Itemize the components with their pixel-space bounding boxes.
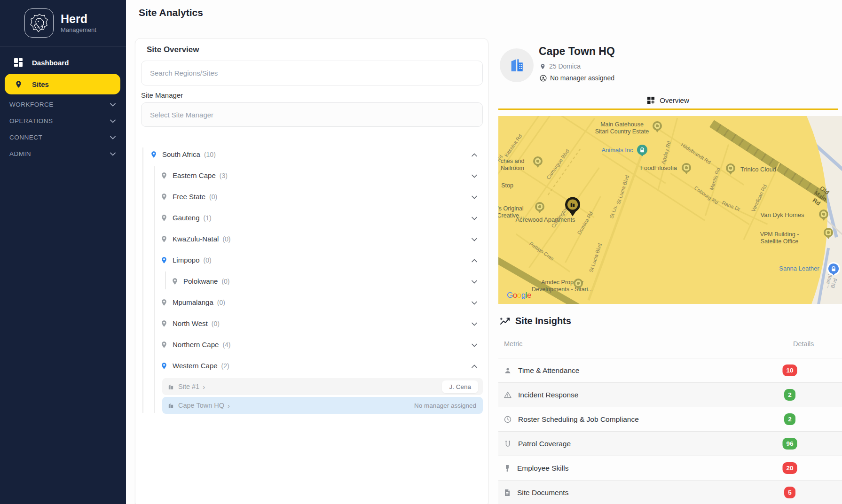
tree-node-eastern-cape[interactable]: Eastern Cape (3): [141, 165, 483, 186]
lock-marker[interactable]: [637, 145, 647, 155]
tree-node-northern-cape[interactable]: Northern Cape (4): [141, 334, 483, 355]
chevron-down-icon[interactable]: [472, 277, 477, 286]
chevron-down-icon: [110, 150, 116, 157]
geofence-overlay: [498, 116, 827, 304]
sidebar-section-operations[interactable]: OPERATIONS: [0, 113, 126, 129]
tree-node-count: (0): [204, 256, 212, 264]
insights-trend-icon: [499, 316, 511, 326]
site-insights-title: Site Insights: [515, 316, 571, 326]
poi-marker[interactable]: [726, 163, 735, 173]
tree-node-mpumalanga[interactable]: Mpumalanga (0): [141, 292, 483, 313]
site-manager-row: No manager assigned: [540, 74, 614, 82]
poi-marker[interactable]: [653, 121, 662, 131]
brand[interactable]: Herd Management: [0, 0, 126, 46]
site-location-marker[interactable]: [565, 197, 580, 220]
map-pin-icon: [160, 320, 168, 327]
metric-label: Roster Scheduling & Job Compliance: [518, 415, 639, 424]
google-letter: g: [521, 291, 526, 300]
sidebar-item-sites[interactable]: Sites: [5, 74, 120, 94]
sidebar-section-admin[interactable]: ADMIN: [0, 146, 126, 162]
dashboard-icon: [14, 58, 23, 67]
section-label: ADMIN: [9, 150, 31, 157]
tree-node-gauteng[interactable]: Gauteng (1): [141, 207, 483, 228]
site-manager: No manager assigned: [550, 74, 614, 82]
tree-node-north-west[interactable]: North West (0): [141, 313, 483, 334]
person-icon: [504, 367, 511, 374]
poi-marker[interactable]: [535, 202, 544, 211]
sidebar-divider: [0, 46, 126, 47]
sidebar-item-dashboard[interactable]: Dashboard: [0, 53, 126, 72]
tree-node-western-cape[interactable]: Western Cape (2): [141, 355, 483, 376]
chevron-up-icon[interactable]: [472, 362, 477, 370]
site-row-site-1[interactable]: Site #1 › J. Cena: [162, 378, 483, 395]
google-letter: G: [507, 291, 513, 300]
map-pin-icon: [160, 214, 168, 222]
chevron-up-icon[interactable]: [472, 256, 477, 264]
tree-node-count: (2): [221, 362, 229, 370]
dashboard-customize-icon: [647, 96, 655, 104]
insight-row-site-documents[interactable]: Site Documents 5: [498, 480, 842, 504]
person-circle-icon: [540, 75, 547, 82]
column-header-details: Details: [793, 340, 814, 348]
poi-marker[interactable]: [824, 228, 833, 237]
section-label: WORKFORCE: [9, 101, 54, 108]
google-logo[interactable]: Google: [507, 291, 531, 300]
metric-label: Employee Skills: [517, 464, 568, 473]
sidebar-section-workforce[interactable]: WORKFORCE: [0, 96, 126, 113]
site-row-cape-town-hq[interactable]: Cape Town HQ › No manager assigned: [162, 397, 483, 414]
google-letter: o: [517, 291, 521, 300]
chevron-right-icon: ›: [228, 402, 230, 410]
sidebar: Herd Management Dashboard Sites WORKFORC…: [0, 0, 126, 504]
document-icon: [504, 489, 511, 496]
map-pin-icon: [160, 362, 168, 370]
lock-marker[interactable]: [828, 264, 839, 274]
map-pin-icon: [160, 299, 168, 306]
chevron-down-icon[interactable]: [472, 341, 477, 349]
chevron-up-icon[interactable]: [472, 150, 477, 159]
chevron-down-icon[interactable]: [472, 298, 477, 307]
insight-row-roster-scheduling[interactable]: Roster Scheduling & Job Compliance 2: [498, 407, 842, 431]
chevron-down-icon[interactable]: [472, 235, 477, 243]
tree-node-kwazulu-natal[interactable]: KwaZulu-Natal (0): [141, 228, 483, 249]
site-map[interactable]: Main Gatehouse Sitari Country Estate Ani…: [498, 116, 842, 304]
sidebar-section-connect[interactable]: CONNECT: [0, 129, 126, 146]
chevron-down-icon: [110, 101, 116, 108]
brand-name: Herd: [61, 13, 96, 26]
warning-icon: [504, 391, 511, 398]
site-name: Site #1: [178, 383, 199, 390]
map-pin-icon: [171, 278, 179, 285]
metric-label: Incident Response: [518, 391, 578, 399]
tree-node-count: (0): [212, 320, 220, 327]
insight-row-patrol-coverage[interactable]: Patrol Coverage 96: [498, 431, 842, 456]
poi-marker[interactable]: [819, 209, 828, 219]
chevron-down-icon[interactable]: [472, 214, 477, 222]
metric-badge: 2: [784, 389, 795, 401]
poi-marker[interactable]: [682, 163, 691, 172]
tree-node-south-africa[interactable]: South Africa (10): [141, 144, 483, 165]
poi-marker[interactable]: [574, 279, 583, 288]
poi-marker[interactable]: [533, 156, 543, 166]
building-icon: [168, 384, 174, 390]
site-manager-select[interactable]: Select Site Manager: [141, 102, 483, 127]
chevron-down-icon[interactable]: [472, 193, 477, 201]
search-regions-sites-input[interactable]: [141, 61, 483, 85]
site-overview-card: Site Overview Site Manager Select Site M…: [135, 38, 488, 504]
building-icon: [168, 403, 174, 409]
select-placeholder: Select Site Manager: [150, 111, 213, 119]
google-letter: o: [513, 291, 517, 300]
tree-node-polokwane[interactable]: Polokwane (0): [141, 271, 483, 292]
metric-label: Site Documents: [517, 488, 568, 497]
metric-badge: 96: [782, 438, 797, 450]
insight-row-incident-response[interactable]: Incident Response 2: [498, 382, 842, 407]
insight-row-time-attendance[interactable]: Time & Attendance 10: [498, 358, 842, 382]
tree-node-limpopo[interactable]: Limpopo (0): [141, 249, 483, 271]
tree-node-free-state[interactable]: Free State (0): [141, 186, 483, 207]
map-pin-icon: [150, 151, 157, 158]
tab-overview[interactable]: Overview: [498, 92, 838, 110]
site-insights-header: Site Insights: [499, 316, 571, 326]
metric-badge: 10: [782, 364, 797, 376]
insight-row-employee-skills[interactable]: Employee Skills 20: [498, 456, 842, 480]
chevron-down-icon[interactable]: [472, 319, 477, 328]
chevron-down-icon[interactable]: [472, 171, 477, 180]
tree-node-label: Mpumalanga: [173, 298, 213, 306]
